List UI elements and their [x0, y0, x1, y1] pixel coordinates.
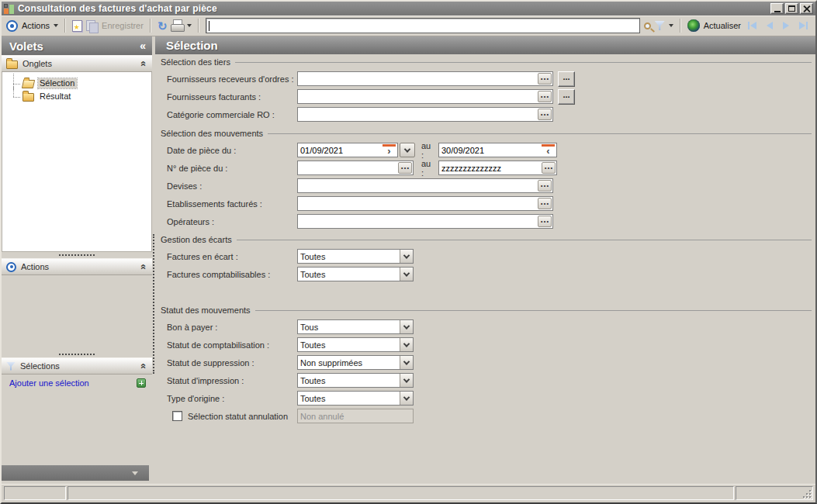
lookup-ellipsis-icon[interactable]: …: [538, 109, 552, 120]
actions-menu-button[interactable]: Actions: [22, 21, 50, 30]
filter-icon[interactable]: [655, 21, 665, 30]
tree-item-label: Résultat: [38, 91, 73, 102]
selected-value: Toutes: [298, 394, 400, 403]
statut-impression-select[interactable]: Toutes: [297, 373, 414, 388]
next-record-button[interactable]: [783, 22, 789, 29]
combo-dropdown-button[interactable]: [400, 392, 413, 405]
resize-grip[interactable]: [802, 489, 812, 499]
collapse-section-icon[interactable]: «: [139, 60, 147, 66]
combo-dropdown-button[interactable]: [400, 250, 413, 263]
factures-ecart-select[interactable]: Toutes: [297, 249, 414, 264]
search-input[interactable]: [206, 18, 639, 33]
browse-button[interactable]: ...: [558, 71, 575, 87]
date-back-icon[interactable]: ‹: [542, 144, 555, 156]
new-document-button[interactable]: [72, 20, 82, 32]
num-piece-from-input[interactable]: …: [297, 161, 414, 175]
statut-annulation-checkbox[interactable]: [172, 411, 182, 421]
close-button[interactable]: [800, 3, 813, 14]
collapse-section-icon[interactable]: «: [139, 363, 147, 368]
lookup-ellipsis-icon[interactable]: …: [542, 162, 556, 174]
combo-dropdown-button[interactable]: [400, 374, 413, 387]
lookup-ellipsis-icon[interactable]: …: [538, 216, 552, 227]
categorie-ro-input-field[interactable]: [298, 108, 552, 121]
factures-comptabilisables-select[interactable]: Toutes: [297, 267, 414, 281]
field-label: N° de pièce du :: [167, 164, 297, 173]
panel-splitter-handle[interactable]: [153, 234, 154, 374]
statut-suppression-select[interactable]: Non supprimées: [297, 355, 414, 370]
operateurs-input[interactable]: …: [297, 214, 553, 229]
filter-dropdown-icon[interactable]: [669, 24, 673, 27]
tree-item-resultat[interactable]: Résultat: [9, 90, 148, 103]
etablissements-input-field[interactable]: [298, 197, 552, 210]
group-caption-text: Sélection des tiers: [161, 57, 230, 67]
num-piece-from-input-field[interactable]: [298, 161, 413, 174]
fournisseurs-facturants-input[interactable]: …: [297, 89, 553, 104]
combo-dropdown-button[interactable]: [400, 338, 413, 351]
statut-comptabilisation-select[interactable]: Toutes: [297, 337, 414, 352]
sidebar-splitter-handle[interactable]: [2, 351, 152, 357]
collapse-section-icon[interactable]: «: [139, 264, 147, 269]
date-forward-icon[interactable]: ›: [383, 144, 396, 156]
browse-button[interactable]: ...: [558, 89, 575, 105]
field-factures-comptabilisables: Factures comptabilisables : Toutes: [167, 267, 812, 281]
sidebar-collapse-icon[interactable]: «: [140, 40, 146, 52]
selected-value: Toutes: [298, 252, 400, 261]
lookup-ellipsis-icon[interactable]: …: [538, 73, 552, 85]
maximize-button[interactable]: [785, 3, 798, 14]
toolbar: Actions Enregistrer ↻ Actualiser: [2, 16, 815, 36]
num-piece-to-input-field[interactable]: [439, 161, 556, 174]
group-tiers-caption: Sélection des tiers: [161, 57, 812, 67]
combo-dropdown-button[interactable]: [400, 320, 413, 333]
lookup-ellipsis-icon[interactable]: …: [538, 91, 552, 102]
date-to-input[interactable]: ‹: [438, 143, 557, 157]
date-from-input[interactable]: ›: [297, 143, 398, 157]
first-record-button[interactable]: [748, 22, 756, 29]
refresh-icon[interactable]: ↻: [158, 20, 168, 32]
panel-splitter[interactable]: [152, 36, 155, 484]
etablissements-input[interactable]: …: [297, 196, 553, 211]
print-button[interactable]: [171, 22, 183, 32]
date-dropdown-button[interactable]: [400, 143, 415, 157]
devises-input-field[interactable]: [298, 179, 552, 192]
actualiser-button[interactable]: Actualiser: [704, 21, 741, 30]
operateurs-input-field[interactable]: [298, 215, 552, 228]
date-to-input-field[interactable]: [439, 143, 556, 157]
field-operateurs: Opérateurs : …: [167, 214, 812, 229]
statut-annulation-disabled-input: Non annulé: [297, 409, 414, 423]
num-piece-to-input[interactable]: …: [438, 161, 557, 175]
lookup-ellipsis-icon[interactable]: …: [398, 162, 412, 174]
add-selection-link[interactable]: Ajouter une sélection: [9, 378, 132, 388]
add-selection-plus-icon[interactable]: [137, 378, 146, 388]
close-icon: [803, 5, 810, 12]
search-icon[interactable]: [644, 22, 651, 29]
actualiser-icon[interactable]: [687, 19, 700, 32]
fournisseurs-facturants-input-field[interactable]: [298, 90, 552, 103]
actions-section-header[interactable]: Actions «: [2, 258, 152, 275]
fournisseurs-ro-input-field[interactable]: [298, 72, 552, 85]
actions-dropdown-icon[interactable]: [54, 24, 58, 27]
devises-input[interactable]: …: [297, 178, 553, 193]
sidebar-bottom-dropdown[interactable]: [2, 465, 149, 481]
tree-item-selection[interactable]: Sélection: [9, 77, 148, 90]
minimize-button[interactable]: [770, 3, 784, 14]
save-button[interactable]: Enregistrer: [86, 20, 144, 32]
categorie-ro-input[interactable]: …: [297, 107, 553, 122]
selections-section-header[interactable]: Sélections «: [2, 357, 152, 375]
fournisseurs-ro-input[interactable]: …: [297, 71, 553, 86]
lookup-ellipsis-icon[interactable]: …: [538, 180, 552, 192]
onglets-section-header[interactable]: Onglets «: [2, 55, 152, 72]
chevron-down-icon: [403, 394, 410, 400]
combo-dropdown-button[interactable]: [400, 268, 413, 281]
search-input-field[interactable]: [209, 21, 636, 30]
type-origine-select[interactable]: Toutes: [297, 391, 414, 406]
bon-a-payer-select[interactable]: Tous: [297, 319, 414, 334]
last-record-button[interactable]: [799, 22, 808, 29]
checkbox-label: Sélection statut annulation: [188, 412, 297, 421]
lookup-ellipsis-icon[interactable]: …: [538, 198, 552, 209]
combo-dropdown-button[interactable]: [400, 356, 413, 369]
open-folder-icon: [22, 80, 35, 88]
print-dropdown-icon[interactable]: [187, 24, 192, 27]
previous-record-button[interactable]: [767, 22, 773, 29]
field-type-origine: Type d'origine : Toutes: [167, 391, 812, 406]
sidebar-splitter-handle[interactable]: [2, 252, 152, 258]
